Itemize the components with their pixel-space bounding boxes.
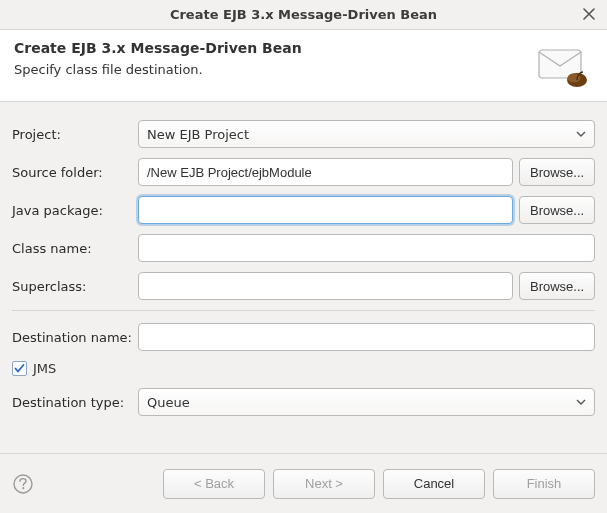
destination-type-label: Destination type:: [12, 395, 132, 410]
chevron-down-icon: [574, 395, 588, 409]
next-button[interactable]: Next >: [273, 469, 375, 499]
banner-heading: Create EJB 3.x Message-Driven Bean: [14, 40, 302, 56]
help-icon: [12, 473, 34, 495]
separator: [12, 310, 595, 311]
close-icon: [583, 8, 595, 20]
back-button[interactable]: < Back: [163, 469, 265, 499]
superclass-label: Superclass:: [12, 279, 132, 294]
cancel-button[interactable]: Cancel: [383, 469, 485, 499]
svg-point-4: [22, 487, 24, 489]
java-package-label: Java package:: [12, 203, 132, 218]
browse-superclass-button[interactable]: Browse...: [519, 272, 595, 300]
banner-subheading: Specify class file destination.: [14, 62, 302, 77]
source-folder-label: Source folder:: [12, 165, 132, 180]
superclass-input[interactable]: [138, 272, 513, 300]
class-name-input[interactable]: [138, 234, 595, 262]
close-button[interactable]: [581, 6, 597, 22]
destination-type-select[interactable]: Queue: [138, 388, 595, 416]
title-bar: Create EJB 3.x Message-Driven Bean: [0, 0, 607, 30]
envelope-bean-icon: [533, 44, 591, 92]
class-name-label: Class name:: [12, 241, 132, 256]
project-select-value: New EJB Project: [147, 127, 249, 142]
destination-name-input[interactable]: [138, 323, 595, 351]
browse-java-package-button[interactable]: Browse...: [519, 196, 595, 224]
java-package-input[interactable]: [138, 196, 513, 224]
jms-label: JMS: [33, 361, 56, 376]
browse-source-folder-button[interactable]: Browse...: [519, 158, 595, 186]
finish-button[interactable]: Finish: [493, 469, 595, 499]
destination-name-label: Destination name:: [12, 330, 132, 345]
project-select[interactable]: New EJB Project: [138, 120, 595, 148]
help-button[interactable]: [12, 473, 34, 495]
button-bar: < Back Next > Cancel Finish: [0, 453, 607, 513]
form-area: Project: New EJB Project Source folder: …: [0, 102, 607, 416]
source-folder-input[interactable]: [138, 158, 513, 186]
window-title: Create EJB 3.x Message-Driven Bean: [170, 7, 437, 22]
chevron-down-icon: [574, 127, 588, 141]
jms-checkbox[interactable]: [12, 361, 27, 376]
wizard-banner: Create EJB 3.x Message-Driven Bean Speci…: [0, 30, 607, 102]
check-icon: [14, 363, 25, 374]
destination-type-select-value: Queue: [147, 395, 190, 410]
project-label: Project:: [12, 127, 132, 142]
